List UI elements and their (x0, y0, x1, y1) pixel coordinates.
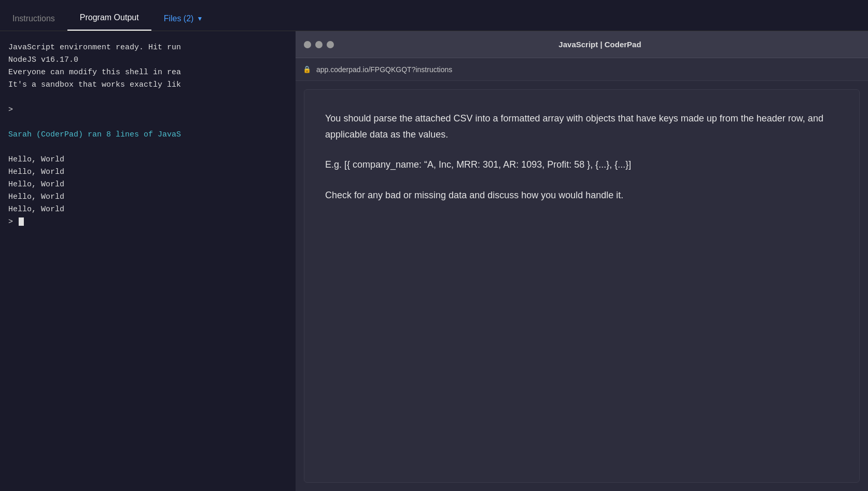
browser-titlebar: JavaScript | CoderPad (296, 31, 868, 58)
tab-files[interactable]: Files (2) ▼ (151, 5, 216, 31)
main-content: JavaScript environment ready. Hit run No… (0, 31, 868, 491)
terminal-blank (8, 116, 287, 129)
tab-bar: Instructions Program Output Files (2) ▼ (0, 0, 868, 31)
terminal-line: Everyone can modify this shell in rea (8, 66, 287, 79)
terminal-line: It's a sandbox that works exactly lik (8, 79, 287, 91)
terminal-blank (8, 141, 287, 154)
terminal-sarah-line: Sarah (CoderPad) ran 8 lines of JavaS (8, 129, 287, 141)
instructions-para-1: You should parse the attached CSV into a… (325, 111, 838, 142)
terminal-panel: JavaScript environment ready. Hit run No… (0, 31, 296, 491)
address-bar[interactable]: 🔒 app.coderpad.io/FPGQKGQT?instructions (296, 58, 868, 81)
maximize-button[interactable] (327, 41, 334, 48)
tab-instructions[interactable]: Instructions (0, 5, 67, 31)
terminal-output-3: Hello, World (8, 179, 287, 191)
address-url: app.coderpad.io/FPGQKGQT?instructions (316, 65, 452, 74)
terminal-blank (8, 91, 287, 104)
terminal-output-4: Hello, World (8, 191, 287, 203)
terminal-final-prompt: > (8, 216, 287, 228)
lock-icon: 🔒 (303, 65, 311, 73)
terminal-output-1: Hello, World (8, 154, 287, 166)
terminal-output-2: Hello, World (8, 166, 287, 179)
traffic-lights (304, 41, 334, 48)
close-button[interactable] (304, 41, 311, 48)
terminal-prompt: > (8, 104, 287, 116)
browser-panel: JavaScript | CoderPad 🔒 app.coderpad.io/… (296, 31, 868, 491)
instructions-content: You should parse the attached CSV into a… (304, 89, 860, 483)
terminal-line: NodeJS v16.17.0 (8, 54, 287, 66)
instructions-para-3: Check for any bad or missing data and di… (325, 187, 838, 203)
instructions-para-2: E.g. [{ company_name: “A, Inc, MRR: 301,… (325, 157, 838, 173)
terminal-output-5: Hello, World (8, 203, 287, 216)
terminal-line: JavaScript environment ready. Hit run (8, 42, 287, 54)
browser-title: JavaScript | CoderPad (340, 40, 860, 49)
cursor-block (19, 217, 24, 226)
minimize-button[interactable] (315, 41, 323, 48)
chevron-down-icon: ▼ (197, 15, 203, 22)
tab-program-output[interactable]: Program Output (67, 4, 151, 31)
